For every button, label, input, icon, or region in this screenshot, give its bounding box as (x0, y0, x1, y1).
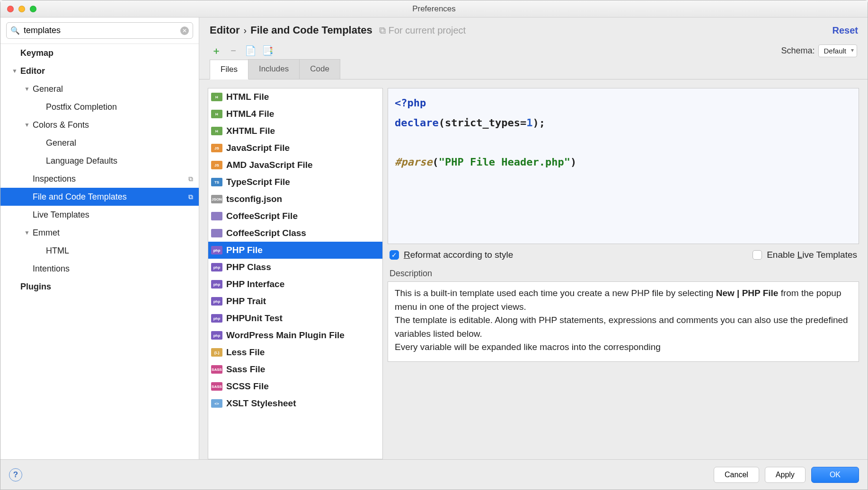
tab-code[interactable]: Code (299, 59, 340, 79)
search-icon: 🔍 (10, 26, 20, 35)
template-item[interactable]: phpPHP Interface (208, 276, 382, 293)
templates-list[interactable]: HHTML FileHHTML4 FileHXHTML FileJSJavaSc… (208, 88, 383, 459)
twisty-icon: ▼ (23, 229, 31, 236)
file-type-icon: SASS (211, 382, 222, 391)
file-type-icon: php (211, 280, 222, 289)
tree-item[interactable]: ▼General (0, 80, 199, 98)
revert-template-button[interactable]: 📑 (261, 44, 274, 57)
template-item[interactable]: CoffeeScript File (208, 208, 382, 225)
reformat-label: Reformat according to style (404, 250, 513, 260)
code-token: 1 (526, 117, 532, 129)
file-type-icon: {L} (211, 348, 222, 357)
template-item[interactable]: SASSSass File (208, 361, 382, 378)
file-type-icon (211, 212, 222, 220)
desc-text: The template is editable. Along with PHP… (395, 315, 848, 339)
tree-item[interactable]: ▼Emmet (0, 224, 199, 242)
tree-item[interactable]: Intentions (0, 260, 199, 278)
settings-tree[interactable]: Keymap▼Editor▼GeneralPostfix Completion▼… (0, 44, 199, 459)
tree-label: General (33, 84, 63, 94)
tree-label: Language Defaults (46, 156, 117, 166)
template-item[interactable]: phpPHP File (208, 242, 382, 259)
tree-label: Intentions (33, 264, 70, 274)
reformat-checkbox[interactable]: ✓ Reformat according to style (390, 250, 513, 260)
checkbox-icon: ✓ (390, 250, 399, 260)
twisty-icon: ▼ (11, 68, 18, 74)
add-template-button[interactable]: ＋ (210, 44, 223, 57)
template-item[interactable]: <>XSLT Stylesheet (208, 395, 382, 412)
template-label: PHP File (226, 245, 263, 255)
template-item[interactable]: phpPHP Trait (208, 293, 382, 310)
template-item[interactable]: SASSSCSS File (208, 378, 382, 395)
file-type-icon: php (211, 246, 222, 254)
search-input[interactable] (22, 25, 180, 36)
twisty-icon: ▼ (23, 122, 31, 128)
footer: ? Cancel Apply OK (0, 459, 868, 490)
schema-select[interactable]: Default (818, 44, 857, 57)
ok-button[interactable]: OK (811, 467, 859, 483)
file-type-icon: JS (211, 161, 222, 169)
tree-item[interactable]: HTML (0, 242, 199, 260)
editor-column: <?php declare(strict_types=1); #parse("P… (388, 88, 859, 459)
template-item[interactable]: JSAMD JavaScript File (208, 157, 382, 174)
remove-template-button[interactable]: − (227, 44, 240, 57)
tab-includes[interactable]: Includes (248, 59, 300, 79)
tree-item[interactable]: General (0, 134, 199, 152)
tree-item[interactable]: File and Code Templates⧉ (0, 188, 199, 206)
project-scope-icon: ⧉ (188, 193, 193, 201)
tree-item[interactable]: Keymap (0, 44, 199, 62)
template-item[interactable]: HXHTML File (208, 122, 382, 140)
template-item[interactable]: TSTypeScript File (208, 174, 382, 191)
tree-item[interactable]: ▼Colors & Fonts (0, 116, 199, 134)
right-panel: Editor › File and Code Templates ⧉ For c… (199, 18, 868, 459)
template-label: HTML4 File (226, 109, 274, 119)
desc-text: Every variable will be expanded like mac… (395, 342, 661, 352)
scope-text: For current project (389, 25, 466, 36)
template-label: PHPUnit Test (226, 313, 283, 324)
tree-label: HTML (46, 246, 69, 256)
template-item[interactable]: HHTML File (208, 88, 382, 105)
clear-search-icon[interactable]: ✕ (180, 26, 189, 35)
tree-label: Editor (20, 66, 45, 76)
template-item[interactable]: JSJavaScript File (208, 140, 382, 157)
template-code-editor[interactable]: <?php declare(strict_types=1); #parse("P… (388, 88, 859, 244)
tab-files[interactable]: Files (210, 60, 248, 79)
tree-item[interactable]: Live Templates (0, 206, 199, 224)
template-label: PHP Interface (226, 279, 284, 289)
reset-link[interactable]: Reset (833, 25, 858, 36)
desc-text: This is a built-in template used each ti… (395, 288, 716, 298)
apply-button[interactable]: Apply (765, 467, 806, 483)
content: HHTML FileHHTML4 FileHXHTML FileJSJavaSc… (199, 79, 868, 459)
template-item[interactable]: phpWordPress Main Plugin File (208, 327, 382, 344)
file-type-icon: H (211, 127, 222, 135)
copy-template-button[interactable]: 📄 (244, 44, 257, 57)
template-item[interactable]: phpPHP Class (208, 259, 382, 276)
tree-item[interactable]: Language Defaults (0, 152, 199, 170)
cancel-button[interactable]: Cancel (714, 467, 759, 483)
tree-label: Plugins (20, 282, 51, 292)
template-item[interactable]: CoffeeScript Class (208, 225, 382, 242)
search-box[interactable]: 🔍 ✕ (6, 22, 193, 39)
file-type-icon: H (211, 110, 222, 118)
template-item[interactable]: HHTML4 File (208, 105, 382, 122)
live-templates-checkbox[interactable]: Enable Live Templates (753, 250, 857, 260)
template-item[interactable]: phpPHPUnit Test (208, 310, 382, 327)
tree-label: Emmet (33, 228, 60, 238)
tree-label: File and Code Templates (33, 192, 127, 202)
file-type-icon: php (211, 314, 222, 323)
tree-label: Live Templates (33, 210, 89, 220)
tree-label: Postfix Completion (46, 102, 117, 112)
tree-item[interactable]: Plugins (0, 278, 199, 296)
tree-item[interactable]: Postfix Completion (0, 98, 199, 116)
twisty-icon: ▼ (23, 86, 31, 92)
code-token: declare (395, 117, 439, 129)
template-label: WordPress Main Plugin File (226, 330, 345, 341)
template-item[interactable]: JSONtsconfig.json (208, 191, 382, 208)
scope-copy-icon: ⧉ (379, 25, 386, 36)
code-token: ) (570, 156, 576, 168)
tree-label: General (46, 138, 76, 148)
live-templates-label: Enable Live Templates (767, 250, 857, 260)
tree-item[interactable]: Inspections⧉ (0, 170, 199, 188)
help-button[interactable]: ? (9, 468, 22, 481)
tree-item[interactable]: ▼Editor (0, 62, 199, 80)
template-item[interactable]: {L}Less File (208, 344, 382, 361)
